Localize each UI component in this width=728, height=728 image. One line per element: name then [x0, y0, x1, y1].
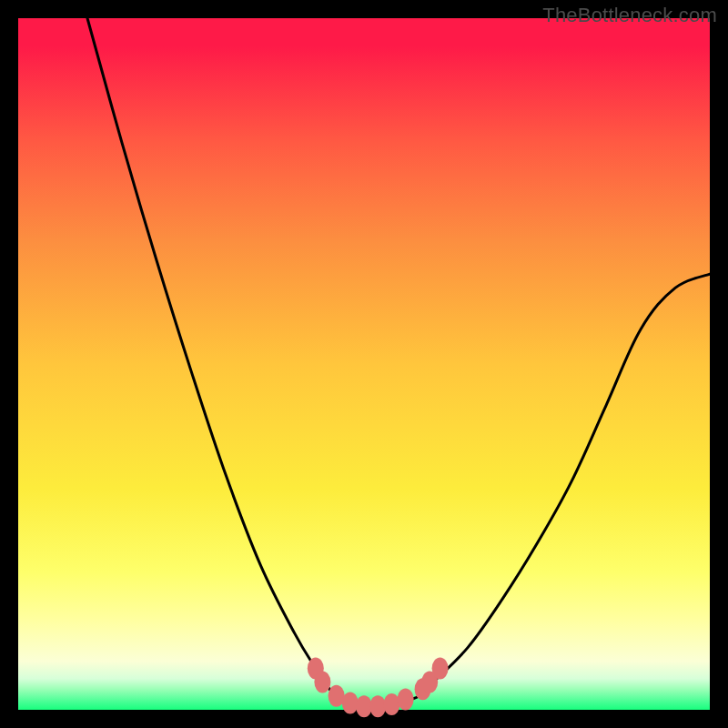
valley-marker — [383, 693, 399, 715]
curve-right-arm — [433, 274, 710, 682]
valley-markers — [308, 657, 449, 717]
bottleneck-curve — [18, 18, 710, 710]
plot-area — [18, 18, 710, 710]
curve-left-arm — [87, 18, 329, 689]
valley-marker — [398, 689, 414, 711]
valley-marker — [314, 672, 330, 693]
valley-marker — [369, 695, 386, 717]
valley-marker — [342, 692, 359, 713]
valley-marker — [432, 657, 449, 679]
watermark-text: TheBottleneck.com — [542, 4, 717, 27]
